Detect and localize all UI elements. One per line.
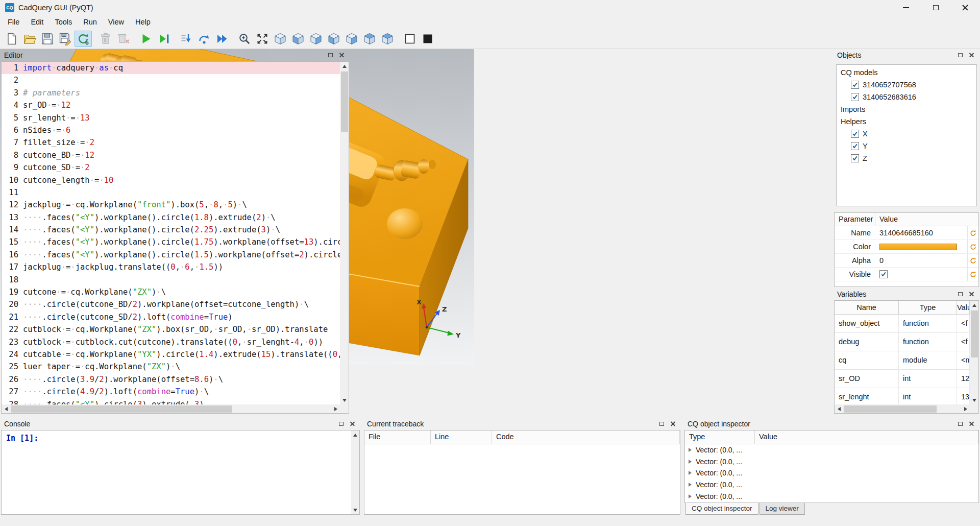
column-header-name[interactable]: Name [835,301,899,314]
view-front-button[interactable] [289,31,307,47]
column-header-line[interactable]: Line [431,431,492,444]
code-line-7[interactable]: 7fillet_size·=·2 [2,136,340,149]
variables-float-button[interactable] [955,290,965,299]
console-close-button[interactable] [348,419,357,428]
code-line-23[interactable]: 23cutblock·=·cutblock.cut(cutcone).trans… [2,336,340,348]
tree-item-cq-models[interactable]: CQ models [837,66,976,79]
code-line-8[interactable]: 8cutcone_BD·=·12 [2,149,340,161]
console-prompt[interactable]: In [1]: [6,434,38,443]
code-line-16[interactable]: 16····.faces("<Y").workplane().circle(1.… [2,249,340,261]
wireframe-button[interactable] [401,31,419,47]
code-line-4[interactable]: 4sr_OD·=·12 [2,99,340,111]
menu-item-run[interactable]: Run [78,16,103,28]
checkbox[interactable] [851,154,859,162]
reset-property-button[interactable] [967,268,978,281]
chevron-right-icon[interactable] [689,448,692,452]
code-line-17[interactable]: 17jackplug·=·jackplug.translate((0,·6,·1… [2,261,340,273]
variables-dock-titlebar[interactable]: Variables [834,288,979,300]
column-header-value[interactable]: Value [875,213,978,226]
column-header-type[interactable]: Type [685,431,755,444]
column-header-code[interactable]: Code [492,431,680,444]
traceback-dock-titlebar[interactable]: Current traceback [364,418,680,430]
traceback-close-button[interactable] [668,419,677,428]
code-line-2[interactable]: 2 [2,74,340,86]
column-header-value[interactable]: Value [755,431,978,444]
reset-property-button[interactable] [967,226,978,240]
autoreload-button[interactable] [75,31,92,47]
tree-item-imports[interactable]: Imports [837,103,976,115]
editor-hscroll-thumb[interactable] [11,405,232,413]
code-line-6[interactable]: 6nSides·=·6 [2,124,340,136]
tree-item-3140652707568[interactable]: 3140652707568 [837,79,976,91]
console-float-button[interactable] [336,419,346,428]
view-right-button[interactable] [343,31,360,47]
code-line-18[interactable]: 18 [2,274,340,286]
inspector-row-1[interactable]: Vector: (0.0, ... [685,444,978,456]
view-back-button[interactable] [307,31,325,47]
variable-row-cq[interactable]: cqmodule<m [835,351,970,370]
checkbox[interactable] [851,81,859,89]
new-script-button[interactable] [3,31,20,47]
debug-button[interactable] [155,31,173,47]
checkbox[interactable] [851,93,859,101]
column-header-value[interactable]: Value [957,301,970,314]
scroll-left-arrow[interactable] [835,404,843,413]
menu-item-help[interactable]: Help [130,16,156,28]
tree-item-helpers[interactable]: Helpers [837,115,976,128]
close-button[interactable] [950,0,980,15]
column-header-type[interactable]: Type [899,301,957,314]
chevron-right-icon[interactable] [689,494,692,498]
tab-log-viewer[interactable]: Log viewer [760,503,805,515]
delete-all-button[interactable] [115,31,132,47]
variable-row-debug[interactable]: debugfunction<f [835,333,970,351]
save-as-script-button[interactable] [57,31,74,47]
column-header-file[interactable]: File [364,431,431,444]
editor-horizontal-scrollbar[interactable] [2,404,340,413]
editor-close-button[interactable] [337,51,346,60]
view-iso-button[interactable] [272,31,289,47]
code-line-26[interactable]: 26····.circle(3.9/2).workplane(offset=8.… [2,373,340,386]
code-line-28[interactable]: 28····.faces("<Y").circle(3).extrude(-3) [2,398,340,404]
view-top-button[interactable] [361,31,378,47]
objects-close-button[interactable] [967,51,976,60]
inspector-close-button[interactable] [967,419,976,428]
code-line-27[interactable]: 27····.circle(4.9/2).loft(combine=True)·… [2,386,340,398]
code-line-22[interactable]: 22cutblock·=·cq.Workplane("ZX").box(sr_O… [2,323,340,336]
variable-row-sr-od[interactable]: sr_ODint12 [835,370,970,388]
open-script-button[interactable] [21,31,38,47]
chevron-right-icon[interactable] [689,460,692,464]
menu-item-tools[interactable]: Tools [49,16,78,28]
scroll-up-arrow[interactable] [351,431,359,439]
variables-vertical-scrollbar[interactable] [970,301,978,404]
menu-item-edit[interactable]: Edit [25,16,49,28]
variables-horizontal-scrollbar[interactable] [835,404,970,413]
minimize-button[interactable] [891,0,921,15]
code-line-3[interactable]: 3# parameters [2,87,340,99]
tree-item-3140652683616[interactable]: 3140652683616 [837,91,976,103]
objects-dock-titlebar[interactable]: Objects [834,49,979,61]
scroll-down-arrow[interactable] [340,396,349,404]
checkbox[interactable] [851,142,859,150]
scroll-right-arrow[interactable] [961,404,970,413]
chevron-right-icon[interactable] [689,483,692,487]
editor-code[interactable]: 1import·cadquery·as·cq23# parameters4sr_… [2,62,340,404]
code-line-5[interactable]: 5sr_lenght·=·13 [2,112,340,124]
tree-item-z[interactable]: Z [837,152,976,164]
code-line-25[interactable]: 25luer_taper·=·cq.Workplane("ZX")·\ [2,361,340,373]
code-line-13[interactable]: 13····.faces("<Y").workplane().circle(1.… [2,211,340,224]
render-button[interactable] [137,31,155,47]
scroll-right-arrow[interactable] [331,404,340,413]
continue-button[interactable] [213,31,231,47]
reset-property-button[interactable] [967,254,978,267]
column-header-parameter[interactable]: Parameter [835,213,875,226]
variable-row-show-object[interactable]: show_objectfunction<f [835,315,970,333]
scroll-down-arrow[interactable] [351,506,359,514]
console-dock-titlebar[interactable]: Console [1,418,360,430]
color-swatch[interactable] [879,244,957,250]
variables-close-button[interactable] [967,290,976,299]
view-bottom-button[interactable] [379,31,396,47]
inspector-dock-titlebar[interactable]: CQ object inspector [684,418,979,430]
title-bar[interactable]: CQ CadQuery GUI (PyQT) [0,0,980,15]
checkbox[interactable] [851,130,859,138]
inspector-row-5[interactable]: Vector: (0.0, ... [685,490,978,502]
